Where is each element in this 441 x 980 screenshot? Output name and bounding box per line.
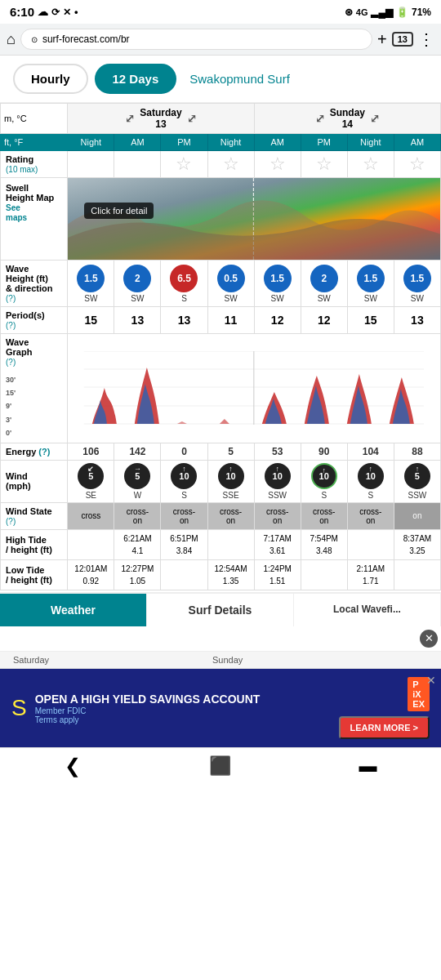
ht-3 bbox=[207, 529, 254, 559]
ht-4: 7:17AM3.61 bbox=[254, 529, 301, 559]
lt-4: 1:24PM1.51 bbox=[254, 559, 301, 590]
expand-icon-sat2[interactable]: ⤢ bbox=[187, 112, 197, 125]
swell-map-cell[interactable]: Click for detail bbox=[68, 178, 441, 261]
energy-q[interactable]: (?) bbox=[38, 447, 50, 457]
wind-state-q[interactable]: (?) bbox=[6, 517, 16, 526]
close-overlay: ✕ bbox=[0, 626, 441, 652]
expand-icon-sat[interactable]: ⤢ bbox=[125, 112, 135, 125]
see-maps-link[interactable]: Seemaps bbox=[6, 203, 27, 222]
rating-7[interactable]: ☆ bbox=[394, 151, 440, 178]
tab-count-badge[interactable]: 13 bbox=[392, 32, 413, 47]
period-am-3: AM bbox=[394, 134, 440, 151]
signal-bars-icon: ▂▄▆ bbox=[371, 7, 393, 18]
rating-3[interactable]: ☆ bbox=[207, 151, 254, 178]
security-icon: ⊙ bbox=[31, 35, 38, 44]
url-bar[interactable]: ⊙ surf-forecast.com/br bbox=[20, 29, 372, 50]
swell-label: SwellHeight Map Seemaps bbox=[1, 178, 68, 261]
back-icon[interactable]: ❮ bbox=[65, 755, 81, 777]
saturday-header: ⤢ Saturday13 ⤢ bbox=[68, 104, 254, 134]
bluetooth-icon: ⊛ bbox=[345, 7, 353, 18]
energy-row: Energy (?) 106 142 0 5 53 90 104 88 bbox=[1, 443, 441, 460]
wave-graph-label: WaveGraph (?) 30' 15' 9' 3' 0' bbox=[1, 334, 68, 443]
rating-6[interactable]: ☆ bbox=[347, 151, 394, 178]
tab-surf-details[interactable]: Surf Details bbox=[147, 594, 294, 626]
energy-2: 0 bbox=[161, 443, 207, 460]
wind-circle-2: ↑ 10 bbox=[171, 463, 197, 489]
wind-1: → 5 W bbox=[114, 460, 161, 502]
units-row: m, °C ⤢ Saturday13 ⤢ ⤢ Sunday14 ⤢ bbox=[1, 104, 441, 134]
wave-7: 1.5 SW bbox=[394, 261, 440, 307]
expand-icon-sun[interactable]: ⤢ bbox=[315, 112, 325, 125]
home-nav-icon[interactable]: ⬛ bbox=[209, 755, 231, 777]
new-tab-icon[interactable]: + bbox=[377, 30, 387, 49]
saturday-label: Saturday13 bbox=[140, 107, 181, 130]
energy-label: Energy (?) bbox=[1, 443, 68, 460]
tab-12days[interactable]: 12 Days bbox=[95, 64, 177, 94]
period-am-2: AM bbox=[254, 134, 301, 151]
wind-state-label: Wind State (?) bbox=[1, 502, 68, 529]
energy-3: 5 bbox=[207, 443, 254, 460]
wind-arrow-3: ↑ bbox=[229, 465, 233, 473]
rating-5[interactable]: ☆ bbox=[301, 151, 347, 178]
units-imperial-row: ft, °F Night AM PM Night AM PM Night AM bbox=[1, 134, 441, 151]
energy-0: 106 bbox=[68, 443, 114, 460]
wind-arrow-4: ↑ bbox=[275, 465, 279, 473]
tooltip-box: Click for detail bbox=[84, 203, 154, 219]
swell-map-visual: Click for detail bbox=[68, 178, 440, 260]
rating-4[interactable]: ☆ bbox=[254, 151, 301, 178]
wind-2: ↑ 10 S bbox=[161, 460, 207, 502]
wave-3: 0.5 SW bbox=[207, 261, 254, 307]
energy-6: 104 bbox=[347, 443, 394, 460]
wave-circle-4: 1.5 bbox=[264, 265, 292, 292]
ws-3: cross-on bbox=[207, 502, 254, 529]
forecast-table: m, °C ⤢ Saturday13 ⤢ ⤢ Sunday14 ⤢ ft, °F… bbox=[0, 103, 441, 590]
period-val-7: 13 bbox=[394, 307, 440, 334]
period-val-0: 15 bbox=[68, 307, 114, 334]
bottom-tabs: Weather Surf Details Local Wavefi... bbox=[0, 592, 441, 626]
period-night-2: Night bbox=[207, 134, 254, 151]
wave-q[interactable]: (?) bbox=[6, 294, 16, 303]
ws-4: cross-on bbox=[254, 502, 301, 529]
wind-circle-5: ↑ 10 bbox=[311, 463, 337, 489]
wind-arrow-2: ↑ bbox=[182, 465, 186, 473]
wave-circle-2: 6.5 bbox=[170, 265, 198, 292]
menu-icon[interactable]: ⋮ bbox=[418, 29, 434, 49]
period-pm-2: PM bbox=[301, 134, 347, 151]
learn-more-button[interactable]: LEARN MORE > bbox=[339, 716, 430, 739]
wave-graph-q[interactable]: (?) bbox=[6, 358, 16, 367]
rating-1[interactable]: ☆ bbox=[114, 151, 161, 178]
wave-graph-row: WaveGraph (?) 30' 15' 9' 3' 0' bbox=[1, 334, 441, 443]
period-night-1: Night bbox=[68, 134, 114, 151]
tab-hourly[interactable]: Hourly bbox=[13, 64, 88, 94]
forecast-container: m, °C ⤢ Saturday13 ⤢ ⤢ Sunday14 ⤢ ft, °F… bbox=[0, 103, 441, 590]
tab-weather[interactable]: Weather bbox=[0, 594, 147, 626]
rating-0[interactable]: ☆ bbox=[68, 151, 114, 178]
lt-0: 12:01AM0.92 bbox=[68, 559, 114, 590]
energy-5: 90 bbox=[301, 443, 347, 460]
ad-close-button[interactable]: ✕ bbox=[426, 674, 436, 687]
period-row: Period(s) (?) 15 13 13 11 12 12 15 13 bbox=[1, 307, 441, 334]
wind-label: Wind(mph) bbox=[1, 460, 68, 502]
period-val-2: 13 bbox=[161, 307, 207, 334]
wave-height-row: WaveHeight (ft)& direction (?) 1.5 SW 2 … bbox=[1, 261, 441, 307]
wind-6: ↑ 10 S bbox=[347, 460, 394, 502]
swell-map-row: SwellHeight Map Seemaps bbox=[1, 178, 441, 261]
period-q[interactable]: (?) bbox=[6, 321, 16, 330]
expand-icon-sun2[interactable]: ⤢ bbox=[370, 112, 380, 125]
ad-sub1: Member FDIC bbox=[35, 706, 339, 715]
wind-arrow-6: ↑ bbox=[369, 465, 373, 473]
tab-local-wavefi[interactable]: Local Wavefi... bbox=[294, 594, 441, 626]
rating-2[interactable]: ☆ bbox=[161, 151, 207, 178]
ht-6 bbox=[347, 529, 394, 559]
period-val-1: 13 bbox=[114, 307, 161, 334]
sunday-header: ⤢ Sunday14 ⤢ bbox=[254, 104, 440, 134]
sunday-label: Sunday14 bbox=[330, 107, 365, 130]
link-swakopmund[interactable]: Swakopmund Surf bbox=[189, 72, 290, 86]
ht-0 bbox=[68, 529, 114, 559]
home-icon[interactable]: ⌂ bbox=[7, 31, 16, 48]
recent-apps-icon[interactable]: ▬ bbox=[359, 755, 377, 777]
period-val-6: 15 bbox=[347, 307, 394, 334]
units-imperial: ft, °F bbox=[1, 134, 68, 151]
close-icon[interactable]: ✕ bbox=[420, 630, 438, 648]
wind-circle-1: → 5 bbox=[124, 463, 150, 489]
